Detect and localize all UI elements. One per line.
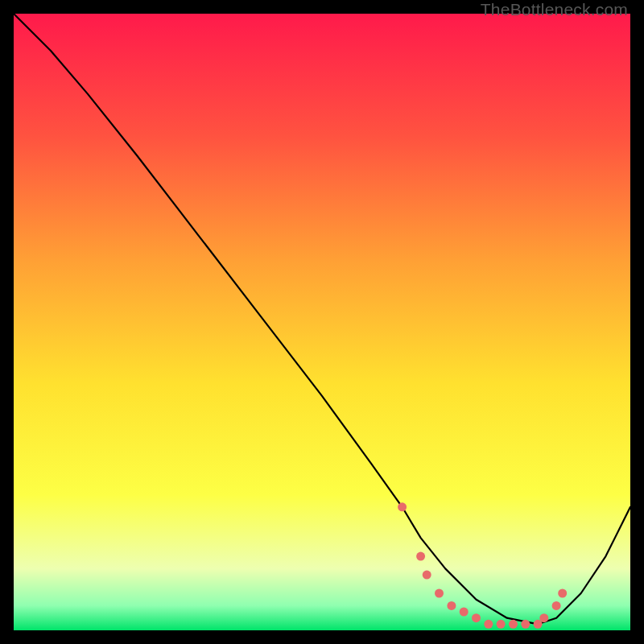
marker-dot	[398, 502, 407, 511]
marker-dot	[497, 620, 506, 629]
marker-dot	[558, 589, 567, 598]
marker-dot	[423, 571, 431, 580]
marker-dot	[460, 608, 469, 617]
chart-frame	[14, 14, 630, 630]
marker-dot	[509, 620, 518, 629]
chart-plot	[14, 14, 630, 630]
chart-background	[14, 14, 630, 630]
marker-dot	[416, 552, 425, 561]
watermark-text: TheBottleneck.com	[481, 0, 628, 19]
marker-dot	[552, 601, 561, 610]
marker-dot	[447, 601, 456, 610]
marker-dot	[472, 613, 481, 622]
marker-dot	[521, 620, 530, 629]
marker-dot	[484, 620, 493, 629]
marker-dot	[435, 589, 444, 598]
marker-dot	[539, 613, 548, 622]
